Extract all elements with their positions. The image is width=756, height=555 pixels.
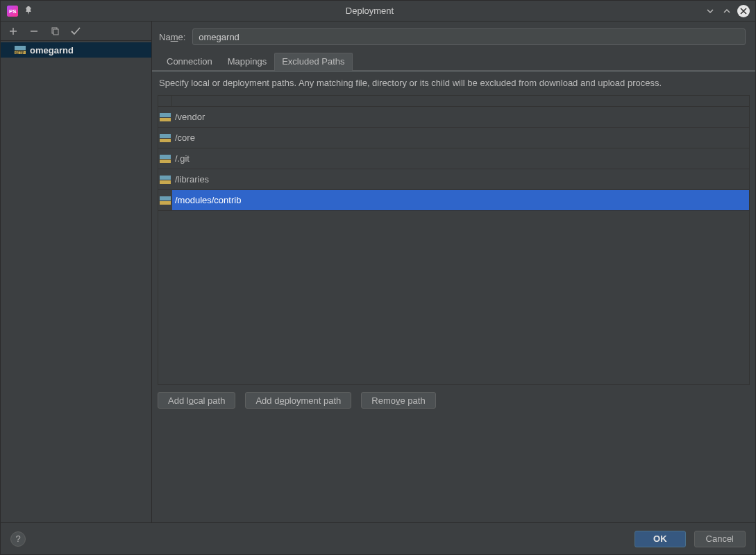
svg-rect-11 [160, 139, 171, 142]
sftp-icon [158, 134, 172, 142]
svg-rect-14 [160, 176, 171, 180]
path-action-row: Add local path Add deployment path Remov… [152, 385, 755, 416]
cancel-button[interactable]: Cancel [694, 531, 746, 547]
add-server-icon[interactable] [8, 26, 19, 37]
table-row[interactable]: /modules/contrib [158, 190, 749, 211]
path-cell: /modules/contrib [172, 190, 749, 210]
table-row[interactable]: /vendor [158, 107, 749, 128]
svg-rect-5 [15, 46, 26, 50]
sftp-icon [158, 176, 172, 184]
path-cell: /vendor [172, 112, 749, 122]
svg-rect-17 [160, 201, 171, 205]
main-area: SFTP omegarnd Name: Connection Mappings … [1, 22, 755, 522]
pin-icon[interactable] [24, 6, 35, 17]
server-name-input[interactable] [192, 28, 746, 45]
remove-server-icon[interactable] [28, 26, 40, 37]
svg-rect-9 [160, 118, 171, 121]
sftp-icon [158, 113, 172, 121]
name-label: Name: [159, 32, 185, 42]
server-item-label: omegarnd [30, 45, 74, 56]
table-header-icon-col [158, 96, 172, 106]
server-item-omegarnd[interactable]: SFTP omegarnd [1, 42, 151, 58]
tabs: Connection Mappings Excluded Paths [152, 52, 755, 70]
content-spacer [152, 416, 755, 522]
table-row[interactable]: /core [158, 128, 749, 148]
table-row[interactable]: /libraries [158, 169, 749, 190]
path-cell: /libraries [172, 174, 749, 185]
help-button[interactable]: ? [10, 531, 26, 547]
dialog-footer: ? OK Cancel [1, 522, 755, 554]
sidebar-toolbar [1, 22, 151, 41]
path-cell: /.git [172, 153, 749, 164]
table-header [158, 96, 749, 107]
add-local-path-button[interactable]: Add local path [158, 392, 235, 409]
svg-rect-12 [160, 155, 171, 159]
svg-rect-10 [160, 134, 171, 138]
svg-text:PS: PS [9, 8, 17, 15]
chevron-up-icon[interactable] [721, 5, 733, 17]
excluded-paths-description: Specify local or deployment paths. Any m… [152, 72, 755, 95]
svg-rect-4 [53, 29, 58, 35]
svg-text:SFTP: SFTP [15, 51, 24, 55]
add-deployment-path-button[interactable]: Add deployment path [245, 392, 351, 409]
chevron-down-icon[interactable] [704, 5, 716, 17]
close-icon[interactable] [737, 5, 750, 17]
server-sidebar: SFTP omegarnd [1, 22, 152, 522]
tab-connection[interactable]: Connection [159, 53, 220, 71]
copy-server-icon[interactable] [49, 26, 60, 37]
excluded-paths-table: /vendor /core /.git [158, 95, 750, 385]
ok-button[interactable]: OK [635, 531, 686, 547]
svg-rect-16 [160, 196, 171, 200]
sftp-icon: SFTP [15, 46, 26, 54]
titlebar: PS Deployment [1, 1, 755, 22]
table-row[interactable]: /.git [158, 148, 749, 169]
svg-rect-13 [160, 160, 171, 163]
window-controls [704, 5, 750, 17]
phpstorm-app-icon: PS [6, 5, 19, 17]
table-empty-area [158, 211, 749, 384]
remove-path-button[interactable]: Remove path [361, 392, 435, 409]
deployment-dialog: PS Deployment [0, 0, 756, 555]
server-list: SFTP omegarnd [1, 41, 151, 522]
tab-excluded-paths[interactable]: Excluded Paths [274, 53, 352, 71]
svg-rect-8 [160, 113, 171, 117]
path-cell: /core [172, 133, 749, 143]
name-row: Name: [152, 22, 755, 52]
set-default-icon[interactable] [70, 26, 81, 37]
tab-mappings[interactable]: Mappings [220, 53, 274, 71]
table-header-path-col [172, 96, 749, 106]
content-pane: Name: Connection Mappings Excluded Paths… [152, 22, 755, 522]
sftp-icon [158, 196, 172, 205]
dialog-title: Deployment [35, 6, 704, 16]
svg-rect-15 [160, 180, 171, 184]
sftp-icon [158, 155, 172, 163]
